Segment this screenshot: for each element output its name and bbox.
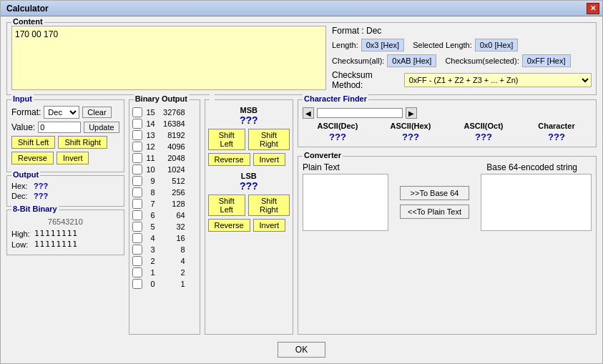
lsb-invert-button[interactable]: Invert (253, 219, 286, 232)
checksum-method-label: Checksum Method: (332, 70, 401, 90)
bit-1-check[interactable] (132, 267, 142, 277)
bit-12-check[interactable] (132, 142, 142, 152)
input-format-select[interactable]: Dec Hex Oct Bin (44, 106, 79, 119)
msb-value: ??? (208, 114, 290, 126)
bit-0-check[interactable] (132, 279, 142, 289)
bit-12-row: 124096 (132, 142, 197, 152)
hex-output-row: Hex: ??? (11, 182, 119, 190)
char-scroll-row: ◀ ▶ (303, 107, 592, 119)
window-title: Calculator (6, 4, 49, 14)
bit-7-check[interactable] (132, 199, 142, 209)
converter-labels-row: Plain Text Base 64-encoded string (303, 162, 592, 172)
dec-label: Dec: (11, 192, 29, 200)
msb-reverse-row: Reverse Invert (208, 153, 290, 166)
bit-digits: 76543210 (11, 217, 119, 226)
msb-invert-button[interactable]: Invert (253, 153, 286, 166)
reverse-btn-row: Reverse Invert (11, 152, 119, 164)
selected-length-label: Selected Length: (413, 41, 472, 49)
bit-10-check[interactable] (132, 164, 142, 174)
low-value: 11111111 (34, 240, 78, 249)
shift-left-button[interactable]: Shift Left (11, 136, 55, 149)
low-label: Low: (11, 240, 31, 249)
msb-section: MSB ??? Shift Left Shift Right Reverse I… (208, 106, 290, 166)
shift-right-button[interactable]: Shift Right (58, 136, 107, 149)
input-group: Input Format: Dec Hex Oct Bin Clear Valu… (6, 99, 124, 172)
character-finder-label: Character Finder (303, 94, 368, 103)
checksum-selected-label: Checksum(selected): (445, 56, 519, 65)
lsb-shift-left-button[interactable]: Shift Left (208, 195, 245, 216)
input-value-row: Value: Update (11, 122, 119, 133)
char-table-values: ??? ??? ??? ??? (303, 132, 592, 142)
lsb-reverse-button[interactable]: Reverse (208, 219, 250, 232)
bit-4-check[interactable] (132, 233, 142, 243)
content-group: Content 170 00 170 Format : Dec Length: … (6, 22, 597, 95)
plain-text-label: Plain Text (303, 162, 340, 172)
msb-label: MSB (208, 106, 290, 114)
to-plain-button[interactable]: <<To Plain Text (400, 205, 469, 219)
scroll-left-button[interactable]: ◀ (303, 107, 314, 119)
binary-group-label: 8-Bit Binary (11, 205, 59, 213)
msb-lsb-label (210, 94, 215, 103)
msb-shift-right-button[interactable]: Shift Right (248, 129, 290, 150)
msb-shift-left-button[interactable]: Shift Left (208, 129, 245, 150)
bit-15-check[interactable] (132, 107, 142, 117)
content-textarea[interactable]: 170 00 170 (11, 26, 326, 90)
bit-3-check[interactable] (132, 245, 142, 255)
msb-shift-row: Shift Left Shift Right (208, 129, 290, 150)
lsb-section: LSB ??? Shift Left Shift Right Reverse I… (208, 172, 290, 232)
converter-main: >>To Base 64 <<To Plain Text (303, 174, 592, 231)
msb-reverse-button[interactable]: Reverse (208, 153, 250, 166)
lsb-reverse-row: Reverse Invert (208, 219, 290, 232)
bit-11-check[interactable] (132, 153, 142, 163)
bit-14-check[interactable] (132, 119, 142, 129)
lsb-label: LSB (208, 172, 290, 180)
char-table-header: ASCII(Dec) ASCII(Hex) ASCII(Oct) Charact… (303, 122, 592, 130)
binary-output-rows: 1532768 1416384 138192 124096 112048 101… (132, 107, 197, 290)
bit-13-check[interactable] (132, 130, 142, 140)
update-button[interactable]: Update (84, 122, 119, 133)
bit-1-row: 12 (132, 267, 197, 277)
bit-5-check[interactable] (132, 222, 142, 232)
selected-length-value: 0x0 [Hex] (475, 39, 518, 51)
length-item: Length: 0x3 [Hex] (332, 39, 408, 51)
calculator-window: Calculator ✕ Content 170 00 170 Format :… (0, 0, 603, 364)
info-row-2: Checksum(all): 0xAB [Hex] Checksum(selec… (332, 54, 592, 67)
bit-8-row: 8256 (132, 187, 197, 197)
checksum-all-value: 0xAB [Hex] (387, 54, 436, 67)
bit-3-row: 38 (132, 245, 197, 255)
value-input[interactable] (38, 122, 81, 133)
bit-4-row: 416 (132, 233, 197, 243)
bit-6-row: 664 (132, 210, 197, 220)
character-value: ??? (521, 132, 592, 142)
lsb-shift-right-button[interactable]: Shift Right (248, 195, 290, 216)
bit-14-row: 1416384 (132, 119, 197, 129)
low-row: Low: 11111111 (11, 240, 119, 249)
char-finder-content: ◀ ▶ ASCII(Dec) ASCII(Hex) ASCII(Oct) Cha… (303, 107, 592, 142)
bit-6-check[interactable] (132, 210, 142, 220)
plain-text-textarea[interactable] (303, 174, 388, 231)
ascii-hex-value: ??? (376, 132, 446, 142)
scroll-right-button[interactable]: ▶ (406, 107, 417, 119)
scroll-track[interactable] (317, 108, 403, 118)
bit-2-row: 24 (132, 256, 197, 266)
bit-11-row: 112048 (132, 153, 197, 163)
clear-button[interactable]: Clear (82, 107, 111, 118)
checksum-method-select[interactable]: 0xFF - (Z1 + Z2 + Z3 + ... + Zn) Z1 + Z2… (404, 73, 592, 87)
reverse-button[interactable]: Reverse (11, 152, 54, 164)
to-base64-button[interactable]: >>To Base 64 (400, 186, 469, 200)
invert-button[interactable]: Invert (57, 152, 89, 164)
input-group-label: Input (11, 94, 34, 103)
length-label: Length: (332, 41, 358, 49)
content-group-label: Content (11, 17, 44, 26)
bit-8-check[interactable] (132, 187, 142, 197)
bit-9-check[interactable] (132, 176, 142, 186)
ok-button[interactable]: OK (278, 342, 325, 358)
shift-btn-row: Shift Left Shift Right (11, 136, 119, 149)
bit-2-check[interactable] (132, 256, 142, 266)
base64-textarea[interactable] (481, 174, 592, 231)
bottom-section: Input Format: Dec Hex Oct Bin Clear Valu… (6, 99, 597, 339)
converter-buttons: >>To Base 64 <<To Plain Text (394, 186, 475, 219)
close-button[interactable]: ✕ (587, 3, 599, 14)
ascii-hex-header: ASCII(Hex) (376, 122, 446, 130)
high-label: High: (11, 230, 31, 238)
